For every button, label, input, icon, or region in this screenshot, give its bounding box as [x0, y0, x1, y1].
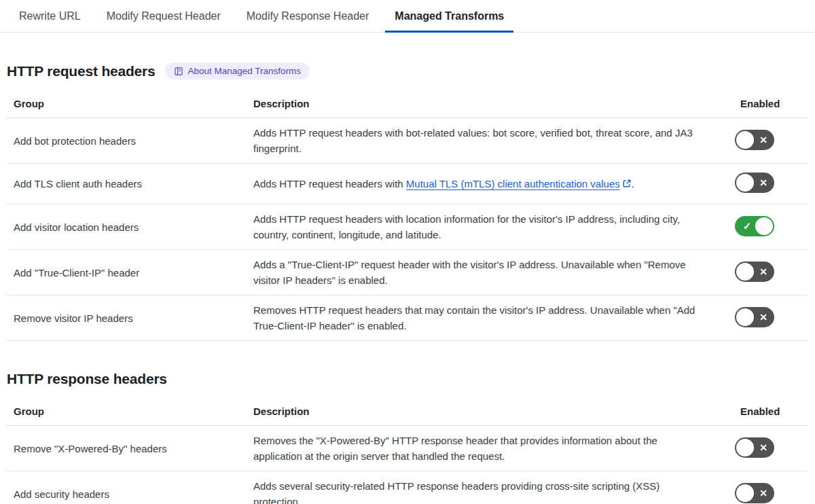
badge-label: About Managed Transforms — [188, 66, 302, 76]
response-headers-section: HTTP response headers Group Description … — [7, 371, 808, 504]
toggle-remove-x-powered-by-headers[interactable]: ✓ ✕ — [735, 437, 774, 458]
table-row: Add visitor location headers Adds HTTP r… — [7, 204, 808, 250]
request-headers-table: Group Description Enabled Add bot protec… — [7, 92, 808, 341]
description-cell: Removes HTTP request headers that may co… — [247, 302, 717, 334]
toggle-knob — [736, 174, 754, 192]
link-label: Mutual TLS (mTLS) client authentication … — [406, 178, 620, 190]
column-header-description: Description — [247, 98, 734, 109]
toggle-add-visitor-location-headers[interactable]: ✓ ✕ — [735, 216, 774, 236]
table-row: Remove visitor IP headers Removes HTTP r… — [7, 295, 808, 341]
column-header-group: Group — [7, 406, 247, 417]
group-cell: Add security headers — [7, 488, 247, 500]
column-header-description: Description — [247, 406, 734, 417]
external-link-icon — [622, 179, 632, 188]
column-header-enabled: Enabled — [734, 406, 808, 417]
x-icon: ✕ — [754, 130, 773, 150]
mtls-values-link[interactable]: Mutual TLS (mTLS) client authentication … — [406, 178, 620, 190]
table-row: Add "True-Client-IP" header Adds a "True… — [7, 250, 808, 295]
tab-managed-transforms[interactable]: Managed Transforms — [385, 0, 513, 32]
description-cell: Adds a "True-Client-IP" request header w… — [247, 257, 717, 288]
toggle-add-security-headers[interactable]: ✓ ✕ — [735, 483, 774, 503]
description-cell: Adds several security-related HTTP respo… — [247, 478, 717, 504]
description-cell: Adds HTTP request headers with bot-relat… — [247, 125, 717, 156]
table-row: Add security headers Adds several securi… — [7, 471, 808, 504]
toggle-knob — [736, 484, 754, 502]
group-cell: Add visitor location headers — [7, 221, 247, 233]
toggle-knob — [736, 131, 754, 149]
group-cell: Remove "X-Powered-By" headers — [7, 443, 247, 454]
tab-bar: Rewrite URL Modify Request Header Modify… — [0, 0, 815, 33]
group-cell: Remove visitor IP headers — [7, 312, 247, 324]
toggle-knob — [736, 439, 754, 456]
description-cell: Adds HTTP request headers with location … — [247, 211, 717, 242]
x-icon: ✕ — [754, 437, 773, 458]
book-icon — [174, 67, 183, 76]
table-row: Add bot protection headers Adds HTTP req… — [7, 118, 808, 164]
group-cell: Add TLS client auth headers — [7, 178, 247, 190]
toggle-remove-visitor-ip-headers[interactable]: ✓ ✕ — [735, 307, 774, 327]
check-icon: ✓ — [738, 216, 757, 236]
column-header-enabled: Enabled — [734, 98, 808, 109]
group-cell: Add bot protection headers — [7, 135, 247, 147]
toggle-knob — [755, 217, 773, 235]
column-header-group: Group — [7, 98, 247, 109]
toggle-add-bot-protection-headers[interactable]: ✓ ✕ — [735, 130, 774, 150]
tab-modify-request-header[interactable]: Modify Request Header — [97, 0, 230, 32]
x-icon: ✕ — [754, 307, 773, 327]
tab-modify-response-header[interactable]: Modify Response Header — [237, 0, 379, 32]
request-headers-section: HTTP request headers About Managed Trans… — [7, 62, 808, 341]
x-icon: ✕ — [754, 483, 773, 503]
table-header-row: Group Description Enabled — [7, 399, 808, 426]
response-headers-table: Group Description Enabled Remove "X-Powe… — [7, 399, 808, 504]
toggle-add-true-client-ip-header[interactable]: ✓ ✕ — [735, 262, 774, 282]
toggle-knob — [736, 308, 754, 326]
table-header-row: Group Description Enabled — [7, 92, 808, 118]
table-row: Remove "X-Powered-By" headers Removes th… — [7, 426, 808, 471]
description-text: Adds HTTP request headers with — [253, 178, 406, 190]
table-row: Add TLS client auth headers Adds HTTP re… — [7, 164, 808, 204]
toggle-add-tls-client-auth-headers[interactable]: ✓ ✕ — [735, 173, 774, 193]
x-icon: ✕ — [754, 262, 773, 282]
toggle-knob — [736, 263, 754, 281]
x-icon: ✕ — [754, 173, 773, 193]
group-cell: Add "True-Client-IP" header — [7, 267, 247, 278]
response-headers-title: HTTP response headers — [7, 371, 167, 387]
description-text: . — [632, 178, 634, 190]
about-managed-transforms-link[interactable]: About Managed Transforms — [165, 62, 310, 79]
request-headers-title: HTTP request headers — [7, 63, 156, 79]
tab-rewrite-url[interactable]: Rewrite URL — [10, 0, 90, 32]
description-cell: Adds HTTP request headers with Mutual TL… — [247, 176, 717, 192]
description-cell: Removes the "X-Powered-By" HTTP response… — [247, 433, 717, 464]
